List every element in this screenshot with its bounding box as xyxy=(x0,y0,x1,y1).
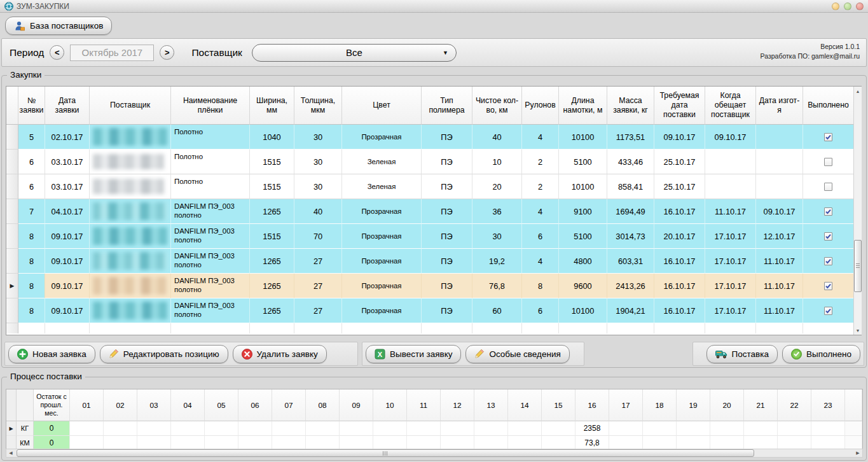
cell-date[interactable]: 02.10.17 xyxy=(45,125,90,150)
special-info-button[interactable]: Особые сведения xyxy=(465,345,569,363)
cell-width[interactable]: 1515 xyxy=(250,150,294,174)
day-header-08[interactable]: 08 xyxy=(306,389,340,421)
cell-thickness[interactable]: 30 xyxy=(294,174,342,199)
row-selector[interactable] xyxy=(6,298,18,323)
done-checkbox[interactable] xyxy=(824,282,832,290)
cell-promised[interactable]: 17.10.17 xyxy=(705,224,756,249)
supplier-dropdown[interactable]: Все ▼ xyxy=(252,44,457,62)
cell-film[interactable]: Полотно xyxy=(171,125,250,150)
cell-width[interactable]: 1040 xyxy=(250,125,294,150)
day-header-19[interactable]: 19 xyxy=(677,389,710,421)
process-row-selector[interactable]: ▶ xyxy=(6,421,17,436)
day-header-16[interactable]: 16 xyxy=(575,389,609,421)
cell-film[interactable]: DANFILM ПЭ_003 полотно xyxy=(171,199,250,224)
cell-promised[interactable] xyxy=(705,174,756,199)
cell-polymer[interactable]: ПЭ xyxy=(422,224,472,249)
scroll-down-arrow[interactable]: ▼ xyxy=(854,326,862,335)
column-header-6[interactable]: Толщина, мкм xyxy=(294,87,342,125)
day-cell-12[interactable] xyxy=(441,421,474,436)
cell-color[interactable]: Зеленая xyxy=(342,150,422,174)
cell-supplier[interactable] xyxy=(90,298,171,323)
cell-req_date[interactable]: 25.10.17 xyxy=(654,174,705,199)
cell-made[interactable] xyxy=(756,150,803,174)
cell-length[interactable]: 10100 xyxy=(559,174,607,199)
cell-date[interactable]: 03.10.17 xyxy=(45,174,90,199)
cell-film[interactable]: DANFILM ПЭ_003 полотно xyxy=(171,298,250,323)
cell-date[interactable]: 09.10.17 xyxy=(45,274,90,298)
column-header-8[interactable]: Тип полимера xyxy=(422,87,472,125)
cell-width[interactable]: 1265 xyxy=(250,249,294,274)
cell-rolls[interactable]: 8 xyxy=(522,274,559,298)
cell-supplier[interactable] xyxy=(90,249,171,274)
column-header-4[interactable]: Наименование плёнки xyxy=(171,87,250,125)
cell-mass[interactable]: 1904,21 xyxy=(607,298,654,323)
row-selector[interactable] xyxy=(6,224,18,249)
day-cell-13[interactable] xyxy=(474,421,508,436)
column-header-9[interactable]: Чистое кол-во, км xyxy=(472,87,522,125)
cell-req_date[interactable]: 16.10.17 xyxy=(654,199,705,224)
cell-req_date[interactable]: 25.10.17 xyxy=(654,150,705,174)
day-cell-10[interactable] xyxy=(373,421,407,436)
day-header-15[interactable]: 15 xyxy=(542,389,575,421)
cell-num[interactable]: 8 xyxy=(18,224,45,249)
done-checkbox[interactable] xyxy=(824,133,832,141)
row-selector[interactable] xyxy=(6,125,18,150)
done-checkbox[interactable] xyxy=(824,257,832,265)
rest-column-header[interactable]: Остаток с прошл. мес. xyxy=(34,389,70,421)
cell-rolls[interactable]: 4 xyxy=(522,199,559,224)
cell-rolls[interactable]: 4 xyxy=(522,249,559,274)
cell-color[interactable]: Зеленая xyxy=(342,174,422,199)
cell-mass[interactable]: 1694,49 xyxy=(607,199,654,224)
close-button[interactable] xyxy=(856,3,864,10)
cell-rolls[interactable]: 4 xyxy=(522,125,559,150)
cell-num[interactable]: 8 xyxy=(18,298,45,323)
cell-net_qty[interactable]: 40 xyxy=(472,125,522,150)
cell-length[interactable]: 9600 xyxy=(559,274,607,298)
cell-promised[interactable] xyxy=(705,150,756,174)
horizontal-scrollbar-thumb[interactable] xyxy=(17,449,754,457)
day-cell-17[interactable] xyxy=(609,421,643,436)
cell-color[interactable]: Прозрачная xyxy=(342,125,422,150)
cell-mass[interactable]: 3014,73 xyxy=(607,224,654,249)
rest-value-cell[interactable]: 0 xyxy=(34,421,70,436)
day-header-18[interactable]: 18 xyxy=(643,389,677,421)
cell-num[interactable]: 8 xyxy=(18,249,45,274)
cell-width[interactable]: 1265 xyxy=(250,199,294,224)
cell-thickness[interactable]: 27 xyxy=(294,249,342,274)
cell-num[interactable]: 6 xyxy=(18,150,45,174)
cell-done[interactable] xyxy=(803,199,854,224)
row-selector[interactable] xyxy=(6,150,18,174)
day-cell-23[interactable] xyxy=(811,421,845,436)
column-header-14[interactable]: Когда обещает поставщик xyxy=(705,87,756,125)
done-checkbox[interactable] xyxy=(824,207,832,216)
day-header-20[interactable]: 20 xyxy=(710,389,744,421)
process-row[interactable]: ▶КГ02358 xyxy=(6,421,862,436)
delivery-button[interactable]: Поставка xyxy=(706,345,778,363)
cell-width[interactable]: 1515 xyxy=(250,174,294,199)
cell-length[interactable]: 5100 xyxy=(559,150,607,174)
cell-made[interactable]: 11.10.17 xyxy=(756,249,803,274)
done-checkbox[interactable] xyxy=(824,232,832,241)
cell-film[interactable]: Полотно xyxy=(171,174,250,199)
column-header-13[interactable]: Требуемая дата поставки xyxy=(654,87,705,125)
maximize-button[interactable] xyxy=(844,3,851,10)
day-cell-21[interactable] xyxy=(744,421,778,436)
cell-polymer[interactable]: ПЭ xyxy=(422,125,472,150)
column-header-15[interactable]: Дата изгот-я xyxy=(756,87,803,125)
table-row[interactable]: 704.10.17DANFILM ПЭ_003 полотно126540Про… xyxy=(6,199,861,224)
cell-film[interactable]: DANFILM ПЭ_003 полотно xyxy=(171,274,250,298)
day-cell-02[interactable] xyxy=(104,421,137,436)
cell-made[interactable]: 12.10.17 xyxy=(756,224,803,249)
done-button[interactable]: Выполнено xyxy=(782,345,860,363)
column-header-2[interactable]: Дата заявки xyxy=(45,87,90,125)
day-cell-09[interactable] xyxy=(340,421,373,436)
day-cell-05[interactable] xyxy=(205,421,238,436)
cell-mass[interactable]: 1173,51 xyxy=(607,125,654,150)
cell-done[interactable] xyxy=(803,125,854,150)
cell-supplier[interactable] xyxy=(90,150,171,174)
day-cell-03[interactable] xyxy=(137,421,171,436)
cell-supplier[interactable] xyxy=(90,199,171,224)
day-header-02[interactable]: 02 xyxy=(104,389,137,421)
cell-done[interactable] xyxy=(803,174,854,199)
day-cell-01[interactable] xyxy=(70,421,104,436)
